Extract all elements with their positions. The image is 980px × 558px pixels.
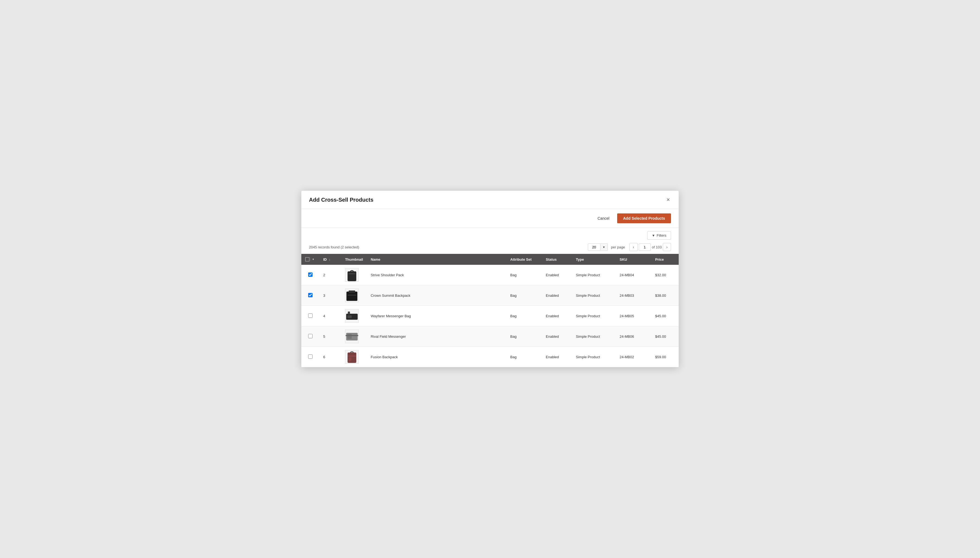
- add-selected-button[interactable]: Add Selected Products: [617, 213, 671, 223]
- total-pages-label: of 103: [652, 245, 662, 249]
- svg-rect-7: [347, 315, 352, 318]
- filters-label: Filters: [657, 233, 666, 238]
- row-thumbnail-cell: [341, 285, 367, 306]
- row-attribute-set: Bag: [506, 306, 542, 326]
- row-status: Enabled: [542, 285, 572, 306]
- page-navigation: ‹ of 103 ›: [630, 243, 671, 251]
- svg-rect-12: [347, 356, 356, 356]
- table-row: 2 Strive Shoulder PackBagEnabledSimple P…: [301, 265, 679, 285]
- prev-page-button[interactable]: ‹: [630, 243, 638, 251]
- row-price: $45.00: [651, 326, 679, 347]
- header-checkbox-cell: ▼: [301, 254, 319, 265]
- svg-rect-9: [347, 334, 352, 339]
- header-attribute-set: Attribute Set: [506, 254, 542, 265]
- row-checkbox[interactable]: [308, 272, 312, 277]
- modal-header: Add Cross-Sell Products ×: [301, 191, 679, 209]
- row-id: 6: [319, 347, 341, 367]
- row-attribute-set: Bag: [506, 285, 542, 306]
- table-header-row: ▼ ID ↓ Thumbnail: [301, 254, 679, 265]
- row-thumbnail-cell: [341, 306, 367, 326]
- row-id: 4: [319, 306, 341, 326]
- table-row: 3 Crown Summit BackpackBagEnabledSimple …: [301, 285, 679, 306]
- header-status: Status: [542, 254, 572, 265]
- svg-rect-6: [348, 312, 350, 314]
- row-name: Wayfarer Messenger Bag: [367, 306, 506, 326]
- product-thumbnail: [345, 330, 359, 343]
- cancel-button[interactable]: Cancel: [593, 214, 614, 223]
- header-thumbnail: Thumbnail: [341, 254, 367, 265]
- product-thumbnail: [345, 350, 359, 364]
- row-price: $45.00: [651, 306, 679, 326]
- row-checkbox-cell: [301, 265, 319, 285]
- row-checkbox-cell: [301, 326, 319, 347]
- row-price: $38.00: [651, 285, 679, 306]
- row-sku: 24-MB04: [616, 265, 651, 285]
- svg-rect-3: [349, 290, 355, 293]
- row-status: Enabled: [542, 265, 572, 285]
- row-sku: 24-MB02: [616, 347, 651, 367]
- row-id: 5: [319, 326, 341, 347]
- product-thumbnail: [345, 289, 359, 302]
- row-type: Simple Product: [572, 265, 616, 285]
- pagination-bar: 2045 records found (2 selected) ▼ per pa…: [301, 241, 679, 254]
- per-page-label: per page: [611, 245, 625, 249]
- products-table: ▼ ID ↓ Thumbnail: [301, 254, 679, 367]
- per-page-dropdown-arrow[interactable]: ▼: [600, 244, 608, 250]
- svg-rect-2: [347, 292, 357, 301]
- row-id: 2: [319, 265, 341, 285]
- select-all-dropdown-arrow[interactable]: ▼: [311, 258, 316, 261]
- records-found-label: 2045 records found (2 selected): [309, 245, 359, 249]
- select-all-checkbox[interactable]: [305, 257, 309, 261]
- row-checkbox[interactable]: [308, 293, 312, 297]
- table-row: 5 Rival Field MessengerBagEnabledSimple …: [301, 326, 679, 347]
- pagination-controls: ▼ per page ‹ of 103 ›: [588, 243, 671, 251]
- row-attribute-set: Bag: [506, 347, 542, 367]
- filters-button[interactable]: ▼ Filters: [647, 231, 671, 240]
- row-checkbox[interactable]: [308, 313, 312, 318]
- close-button[interactable]: ×: [665, 196, 671, 204]
- row-type: Simple Product: [572, 347, 616, 367]
- row-sku: 24-MB03: [616, 285, 651, 306]
- current-page-input[interactable]: [639, 243, 651, 251]
- products-table-container: ▼ ID ↓ Thumbnail: [301, 254, 679, 367]
- per-page-input[interactable]: [588, 244, 600, 251]
- modal-title: Add Cross-Sell Products: [309, 197, 373, 203]
- table-row: 4 Wayfarer Messenger BagBagEnabledSimple…: [301, 306, 679, 326]
- row-checkbox[interactable]: [308, 354, 312, 359]
- filter-icon: ▼: [652, 234, 655, 238]
- header-type: Type: [572, 254, 616, 265]
- row-status: Enabled: [542, 347, 572, 367]
- row-id: 3: [319, 285, 341, 306]
- header-name: Name: [367, 254, 506, 265]
- row-attribute-set: Bag: [506, 326, 542, 347]
- product-thumbnail: [345, 268, 359, 282]
- row-price: $59.00: [651, 347, 679, 367]
- row-type: Simple Product: [572, 326, 616, 347]
- row-thumbnail-cell: [341, 326, 367, 347]
- row-type: Simple Product: [572, 306, 616, 326]
- filters-bar: ▼ Filters: [301, 228, 679, 241]
- row-checkbox-cell: [301, 347, 319, 367]
- modal-dialog: Add Cross-Sell Products × Cancel Add Sel…: [301, 191, 679, 367]
- row-price: $32.00: [651, 265, 679, 285]
- header-checkbox-wrapper[interactable]: ▼: [305, 257, 316, 261]
- per-page-selector[interactable]: ▼: [588, 243, 608, 251]
- row-thumbnail-cell: [341, 347, 367, 367]
- row-sku: 24-MB06: [616, 326, 651, 347]
- svg-rect-0: [347, 271, 356, 281]
- row-type: Simple Product: [572, 285, 616, 306]
- next-page-button[interactable]: ›: [663, 243, 671, 251]
- row-attribute-set: Bag: [506, 265, 542, 285]
- header-id[interactable]: ID ↓: [319, 254, 341, 265]
- table-row: 6 Fusion BackpackBagEnabledSimple Produc…: [301, 347, 679, 367]
- row-thumbnail-cell: [341, 265, 367, 285]
- sort-id-icon: ↓: [329, 258, 331, 261]
- row-name: Crown Summit Backpack: [367, 285, 506, 306]
- row-status: Enabled: [542, 326, 572, 347]
- modal-toolbar: Cancel Add Selected Products: [301, 209, 679, 228]
- header-price: Price: [651, 254, 679, 265]
- table-body: 2 Strive Shoulder PackBagEnabledSimple P…: [301, 265, 679, 367]
- row-name: Strive Shoulder Pack: [367, 265, 506, 285]
- row-checkbox[interactable]: [308, 334, 312, 338]
- modal-overlay: Add Cross-Sell Products × Cancel Add Sel…: [301, 191, 679, 367]
